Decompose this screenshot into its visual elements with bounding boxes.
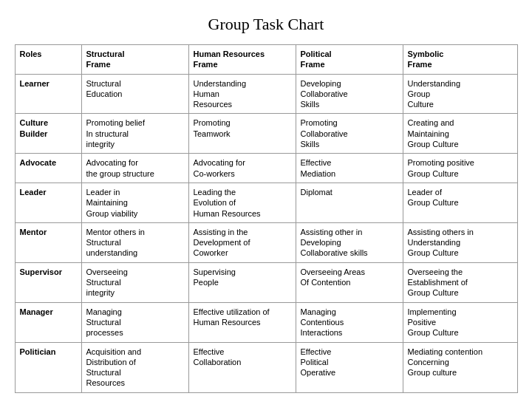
role-cell-7: Politician xyxy=(15,342,81,392)
group-task-chart: RolesStructuralFrameHuman ResourcesFrame… xyxy=(15,44,518,393)
table-row: CultureBuilderPromoting beliefIn structu… xyxy=(15,114,517,154)
data-cell-0-2: DevelopingCollaborativeSkills xyxy=(296,74,403,114)
header-cell-2: Human ResourcesFrame xyxy=(188,45,296,75)
role-cell-1: CultureBuilder xyxy=(15,114,81,154)
data-cell-2-2: EffectiveMediation xyxy=(296,154,403,183)
role-cell-0: Learner xyxy=(15,74,81,114)
table-row: LearnerStructuralEducationUnderstandingH… xyxy=(15,74,517,114)
header-cell-1: StructuralFrame xyxy=(81,45,188,75)
header-cell-0: Roles xyxy=(15,45,81,75)
data-cell-2-1: Advocating forCo-workers xyxy=(188,154,296,183)
data-cell-7-1: EffectiveCollaboration xyxy=(188,342,296,392)
table-row: PoliticianAcquisition andDistribution of… xyxy=(15,342,517,392)
data-cell-3-2: Diplomat xyxy=(296,183,403,222)
data-cell-7-3: Mediating contentionConcerningGroup cult… xyxy=(403,342,517,392)
table-row: ManagerManagingStructuralprocessesEffect… xyxy=(15,302,517,342)
data-cell-7-2: EffectivePoliticalOperative xyxy=(296,342,403,392)
data-cell-4-0: Mentor others inStructuralunderstanding xyxy=(81,222,188,262)
data-cell-4-1: Assisting in theDevelopment ofCoworker xyxy=(188,222,296,262)
role-cell-5: Supervisor xyxy=(15,262,81,302)
page-title: Group Task Chart xyxy=(208,15,324,34)
data-cell-6-0: ManagingStructuralprocesses xyxy=(81,302,188,342)
data-cell-6-1: Effective utilization ofHuman Resources xyxy=(188,302,296,342)
header-cell-4: SymbolicFrame xyxy=(403,45,517,75)
role-cell-4: Mentor xyxy=(15,222,81,262)
data-cell-3-0: Leader inMaintainingGroup viability xyxy=(81,183,188,222)
table-row: LeaderLeader inMaintainingGroup viabilit… xyxy=(15,183,517,222)
data-cell-0-1: UnderstandingHumanResources xyxy=(188,74,296,114)
data-cell-1-1: PromotingTeamwork xyxy=(188,114,296,154)
data-cell-2-0: Advocating forthe group structure xyxy=(81,154,188,183)
data-cell-5-3: Overseeing theEstablishment ofGroup Cult… xyxy=(403,262,517,302)
header-cell-3: PoliticalFrame xyxy=(296,45,403,75)
data-cell-1-2: PromotingCollaborativeSkills xyxy=(296,114,403,154)
data-cell-1-0: Promoting beliefIn structuralintegrity xyxy=(81,114,188,154)
data-cell-4-3: Assisting others inUnderstandingGroup Cu… xyxy=(403,222,517,262)
table-row: MentorMentor others inStructuralundersta… xyxy=(15,222,517,262)
data-cell-6-3: ImplementingPositiveGroup Culture xyxy=(403,302,517,342)
role-cell-3: Leader xyxy=(15,183,81,222)
role-cell-6: Manager xyxy=(15,302,81,342)
table-row: AdvocateAdvocating forthe group structur… xyxy=(15,154,517,183)
data-cell-7-0: Acquisition andDistribution ofStructural… xyxy=(81,342,188,392)
data-cell-5-0: OverseeingStructuralintegrity xyxy=(81,262,188,302)
data-cell-0-3: UnderstandingGroupCulture xyxy=(403,74,517,114)
table-row: SupervisorOverseeingStructuralintegrityS… xyxy=(15,262,517,302)
data-cell-5-1: SupervisingPeople xyxy=(188,262,296,302)
data-cell-1-3: Creating andMaintainingGroup Culture xyxy=(403,114,517,154)
data-cell-0-0: StructuralEducation xyxy=(81,74,188,114)
role-cell-2: Advocate xyxy=(15,154,81,183)
data-cell-4-2: Assisting other inDevelopingCollaborativ… xyxy=(296,222,403,262)
data-cell-5-2: Overseeing AreasOf Contention xyxy=(296,262,403,302)
data-cell-6-2: ManagingContentiousInteractions xyxy=(296,302,403,342)
data-cell-2-3: Promoting positiveGroup Culture xyxy=(403,154,517,183)
data-cell-3-3: Leader ofGroup Culture xyxy=(403,183,517,222)
data-cell-3-1: Leading theEvolution ofHuman Resources xyxy=(188,183,296,222)
